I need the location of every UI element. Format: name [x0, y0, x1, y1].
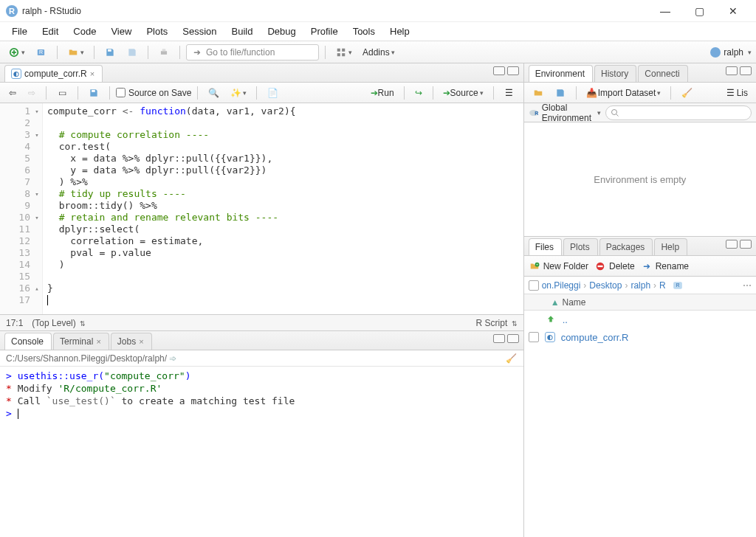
r-project-badge-icon[interactable]: R: [672, 280, 684, 291]
breadcrumb-item[interactable]: Desktop: [589, 280, 622, 291]
tab-connections[interactable]: Connecti: [638, 65, 687, 82]
save-all-button[interactable]: [123, 44, 142, 60]
breadcrumb-item[interactable]: on.Pileggi: [542, 280, 581, 291]
tab-files[interactable]: Files: [529, 238, 562, 255]
filetype-selector[interactable]: R Script ⇅: [476, 318, 518, 328]
wand-icon: ✨: [230, 87, 241, 99]
project-menu[interactable]: ralph ▾: [710, 47, 752, 58]
line-gutter[interactable]: 1▾23▾45678▾910▾111213141516▴17: [0, 103, 43, 314]
menu-tools[interactable]: Tools: [346, 24, 382, 39]
menu-help[interactable]: Help: [382, 24, 417, 39]
environment-search-input[interactable]: [605, 105, 752, 120]
menu-session[interactable]: Session: [175, 24, 224, 39]
save-button[interactable]: [100, 44, 120, 60]
tab-terminal[interactable]: Terminal×: [53, 333, 109, 350]
new-file-button[interactable]: ▾: [4, 44, 29, 60]
pane-minimize-icon[interactable]: [726, 240, 738, 249]
save-workspace-button[interactable]: [551, 85, 570, 101]
files-header[interactable]: ▲ Name: [524, 294, 756, 311]
breadcrumb-item[interactable]: R: [659, 280, 666, 291]
menu-plots[interactable]: Plots: [139, 24, 175, 39]
tab-plots[interactable]: Plots: [563, 238, 598, 255]
pane-maximize-icon[interactable]: [507, 334, 519, 343]
show-in-window-button[interactable]: ▭: [52, 85, 72, 101]
menu-file[interactable]: File: [4, 24, 35, 39]
menu-debug[interactable]: Debug: [260, 24, 303, 39]
select-all-checkbox[interactable]: [529, 280, 539, 291]
goto-file-input[interactable]: ➜Go to file/function: [186, 44, 319, 60]
pane-minimize-icon[interactable]: [493, 334, 505, 343]
print-button[interactable]: [154, 44, 173, 60]
file-name[interactable]: ..: [563, 314, 568, 325]
tab-environment[interactable]: Environment: [529, 65, 593, 82]
grid-button[interactable]: ▾: [331, 44, 356, 60]
pane-minimize-icon[interactable]: [493, 66, 505, 75]
close-icon[interactable]: ×: [96, 337, 100, 346]
svg-rect-9: [342, 48, 345, 51]
outline-button[interactable]: ☰: [500, 85, 519, 101]
clear-env-button[interactable]: 🧹: [677, 85, 696, 101]
list-view-button[interactable]: ☰ Lis: [721, 85, 752, 101]
source-pane: ◐ compute_corr.R × ⇦ ⇨ ▭ So: [0, 63, 523, 331]
source-on-save-input[interactable]: [116, 88, 126, 97]
clear-console-icon[interactable]: 🧹: [506, 353, 518, 364]
tab-packages[interactable]: Packages: [599, 238, 653, 255]
more-icon[interactable]: ⋯: [743, 280, 752, 291]
file-row[interactable]: ..: [524, 311, 756, 328]
menu-edit[interactable]: Edit: [35, 24, 66, 39]
pane-minimize-icon[interactable]: [726, 66, 738, 75]
menu-code[interactable]: Code: [66, 24, 103, 39]
close-button[interactable]: ✕: [716, 0, 750, 22]
close-tab-icon[interactable]: ×: [90, 69, 94, 78]
forward-button[interactable]: ⇨: [24, 85, 40, 101]
compile-report-button[interactable]: 📄: [263, 85, 282, 101]
pane-maximize-icon[interactable]: [740, 66, 752, 75]
menu-view[interactable]: View: [103, 24, 139, 39]
import-dataset-button[interactable]: 📥 Import Dataset▾: [583, 85, 665, 101]
svg-rect-12: [92, 89, 95, 91]
load-workspace-button[interactable]: [529, 85, 548, 101]
environment-scope-bar: R Global Environment▾: [524, 103, 756, 122]
menu-build[interactable]: Build: [224, 24, 261, 39]
scope-selector[interactable]: (Top Level) ⇅: [32, 318, 86, 328]
file-row[interactable]: ◐compute_corr.R: [524, 328, 756, 346]
tab-jobs[interactable]: Jobs×: [111, 333, 152, 350]
global-env-selector[interactable]: R Global Environment▾: [529, 103, 601, 123]
source-tab[interactable]: ◐ compute_corr.R ×: [4, 65, 103, 82]
maximize-button[interactable]: ▢: [682, 0, 716, 22]
back-button[interactable]: ⇦: [4, 85, 21, 101]
files-pane: Files Plots Packages Help +New Folder De…: [524, 237, 756, 537]
save-source-button[interactable]: [84, 85, 103, 101]
console-body[interactable]: > usethis::use_r("compute_corr")* Modify…: [0, 367, 523, 537]
source-on-save-checkbox[interactable]: Source on Save: [116, 88, 191, 98]
code-editor[interactable]: 1▾23▾45678▾910▾111213141516▴17 compute_c…: [0, 103, 523, 314]
source-button[interactable]: ➔ Source▾: [439, 85, 487, 101]
breadcrumb-item[interactable]: ralph: [630, 280, 650, 291]
delete-button[interactable]: Delete: [594, 260, 635, 272]
close-icon[interactable]: ×: [139, 337, 143, 346]
tab-console[interactable]: Console: [4, 333, 52, 350]
pane-maximize-icon[interactable]: [740, 240, 752, 249]
file-checkbox[interactable]: [529, 332, 539, 342]
goto-placeholder: Go to file/function: [206, 47, 275, 58]
svg-rect-6: [161, 51, 167, 55]
new-project-button[interactable]: R: [32, 44, 51, 60]
tab-history[interactable]: History: [594, 65, 636, 82]
code-body[interactable]: compute_corr <- function(data, var1, var…: [43, 103, 523, 314]
path-arrow-icon[interactable]: ➾: [169, 353, 176, 364]
wand-button[interactable]: ✨▾: [226, 85, 250, 101]
files-toolbar: +New Folder Delete ➜Rename: [524, 256, 756, 277]
menu-profile[interactable]: Profile: [303, 24, 346, 39]
svg-rect-10: [337, 53, 340, 56]
addins-button[interactable]: Addins▾: [359, 44, 399, 60]
minimize-button[interactable]: —: [648, 0, 682, 22]
rename-button[interactable]: ➜Rename: [641, 260, 689, 272]
tab-help[interactable]: Help: [654, 238, 687, 255]
pane-maximize-icon[interactable]: [507, 66, 519, 75]
open-file-button[interactable]: ▾: [63, 44, 88, 60]
run-button[interactable]: ➔ Run: [367, 85, 398, 101]
file-name[interactable]: compute_corr.R: [561, 332, 629, 343]
new-folder-button[interactable]: +New Folder: [529, 260, 588, 272]
find-button[interactable]: 🔍: [204, 85, 223, 101]
rerun-button[interactable]: ↪: [410, 85, 427, 101]
